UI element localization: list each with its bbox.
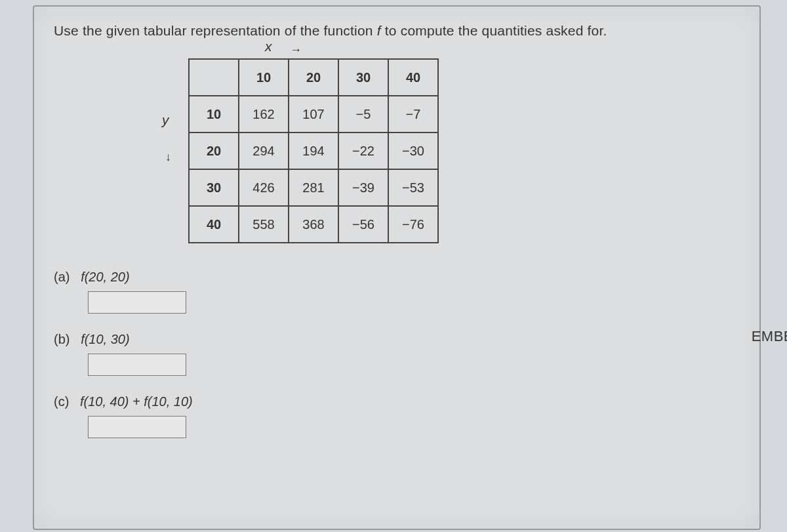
worksheet-panel: Use the given tabular representation of … <box>33 5 761 530</box>
table-cell: −76 <box>388 206 438 243</box>
arrow-right-icon: → <box>290 43 302 57</box>
side-truncated-text: EMBE <box>752 328 787 345</box>
table-cell: −53 <box>388 169 438 206</box>
col-header: 10 <box>239 59 289 96</box>
table-cell: 368 <box>289 206 338 243</box>
col-header: 40 <box>388 59 438 96</box>
table-cell: 162 <box>239 96 289 133</box>
table-cell: −5 <box>338 96 388 133</box>
col-header: 20 <box>289 59 338 96</box>
instruction-text: Use the given tabular representation of … <box>54 23 740 39</box>
answer-input-c[interactable] <box>88 416 186 438</box>
answer-input-b[interactable] <box>88 354 186 376</box>
arrow-down-icon: ↓ <box>165 150 171 164</box>
y-axis-label: y <box>162 112 169 128</box>
question-a: (a) f(20, 20) <box>54 270 740 314</box>
table-corner <box>189 59 239 96</box>
question-b: (b) f(10, 30) <box>54 332 740 376</box>
question-c-label: (c) f(10, 40) + f(10, 10) <box>54 394 740 409</box>
row-header: 20 <box>189 133 239 169</box>
table-cell: 281 <box>289 169 338 206</box>
function-table: 10 20 30 40 10 162 107 −5 −7 20 294 194 … <box>188 58 439 243</box>
table-cell: −39 <box>338 169 388 206</box>
table-cell: −30 <box>388 133 438 169</box>
table-cell: −56 <box>338 206 388 243</box>
question-c: (c) f(10, 40) + f(10, 10) <box>54 394 740 438</box>
table-cell: 426 <box>239 169 289 206</box>
row-header: 30 <box>189 169 239 206</box>
q-expression: f(20, 20) <box>81 270 129 284</box>
table-cell: −7 <box>388 96 438 133</box>
table-cell: 294 <box>239 133 289 169</box>
answer-input-a[interactable] <box>88 291 186 314</box>
q-expression: f(10, 30) <box>81 332 129 346</box>
row-header: 10 <box>189 96 239 133</box>
x-axis-label: x <box>265 39 272 54</box>
table-cell: −22 <box>338 133 388 169</box>
table-cell: 194 <box>289 133 338 169</box>
instruction-suffix: to compute the quantities asked for. <box>381 23 607 38</box>
q-marker: (a) <box>54 270 70 284</box>
col-header: 30 <box>338 59 388 96</box>
question-b-label: (b) f(10, 30) <box>54 332 740 347</box>
question-a-label: (a) f(20, 20) <box>54 270 740 285</box>
q-expression: f(10, 40) + f(10, 10) <box>80 394 193 409</box>
q-marker: (b) <box>54 332 70 346</box>
questions-section: (a) f(20, 20) (b) f(10, 30) (c) f(10, 40… <box>54 270 740 438</box>
table-cell: 107 <box>289 96 338 133</box>
instruction-prefix: Use the given tabular representation of … <box>54 23 377 38</box>
table-area: x → y ↓ 10 20 30 40 10 162 107 −5 −7 20 … <box>188 58 740 243</box>
q-marker: (c) <box>54 394 69 409</box>
row-header: 40 <box>189 206 239 243</box>
table-cell: 558 <box>239 206 289 243</box>
